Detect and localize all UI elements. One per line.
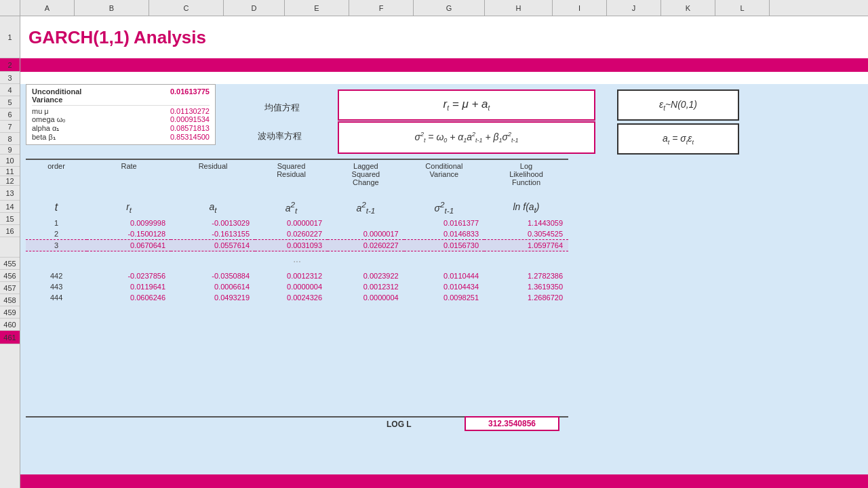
cell-res-2: -0.1613155 <box>171 228 255 240</box>
cell-order-3: 3 <box>26 240 87 251</box>
params-value-variance: 0.01613775 <box>170 87 210 104</box>
col-header-g: G <box>414 0 485 16</box>
data-table: order Rate Residual SquaredResidual Lagg… <box>26 161 568 303</box>
row-num-456: 456 <box>0 270 20 282</box>
cell-condvar-1: 0.0161377 <box>404 218 484 228</box>
col-header-f: F <box>349 0 414 16</box>
row-num-11: 11 <box>0 167 20 176</box>
cell-sqres-2: 0.0260227 <box>255 228 328 240</box>
row-num-2: 2 <box>0 58 20 72</box>
eps-formula: εt~N(0,1) <box>659 99 697 112</box>
cell-order-1: 1 <box>26 218 87 228</box>
formula-lnf: ln f(at) <box>484 197 568 218</box>
col-header-j: J <box>607 0 661 16</box>
cell-logll-444: 1.2686720 <box>484 292 568 303</box>
param-alpha: alpha α₁ 0.08571813 <box>32 124 210 133</box>
cell-condvar-443: 0.0104434 <box>404 281 484 292</box>
spacer-row3 <box>20 72 868 84</box>
table-row-2: 2 -0.1500128 -0.1613155 0.0260227 0.0000… <box>26 228 568 240</box>
eps-formula-box: εt~N(0,1) <box>617 89 739 121</box>
table-header-row1: order Rate Residual SquaredResidual Lagg… <box>26 161 568 188</box>
vol-formula: σ2t = ω0 + α1a2t-1 + β1σ2t-1 <box>414 131 518 144</box>
table-header-row2 <box>26 188 568 197</box>
row-num-455: 455 <box>0 258 20 270</box>
vol-eq-label: 波动率方程 <box>258 130 302 142</box>
row-num-15: 15 <box>0 213 20 225</box>
th-cond-var: ConditionalVariance <box>404 161 484 188</box>
row-num-14: 14 <box>0 201 20 213</box>
params-title: UnconditionalVariance <box>32 87 81 104</box>
row-numbers: 1 2 3 4 5 6 7 8 9 10 11 12 13 14 15 16 4… <box>0 16 20 488</box>
cell-logll-443: 1.3619350 <box>484 281 568 292</box>
params-box: UnconditionalVariance 0.01613775 mu μ 0.… <box>26 84 216 145</box>
cell-logll-1: 1.1443059 <box>484 218 568 228</box>
formula-at12: a2t-1 <box>328 197 404 218</box>
th-lagged-sq: LaggedSquaredChange <box>328 161 404 188</box>
param-alpha-value: 0.08571813 <box>170 124 210 133</box>
cell-sqres-442: 0.0012312 <box>255 270 328 281</box>
column-headers: A B C D E F G H I J K L <box>0 0 868 16</box>
cell-sqres-443: 0.0000004 <box>255 281 328 292</box>
cell-res-442: -0.0350884 <box>171 270 255 281</box>
at-formula: at = σtεt <box>663 133 694 146</box>
cell-logll-442: 1.2782386 <box>484 270 568 281</box>
cell-order-2: 2 <box>26 228 87 240</box>
col-header-e: E <box>285 0 349 16</box>
row-num-dots1 <box>0 237 20 258</box>
page-title: GARCH(1,1) Analysis <box>28 27 206 48</box>
th-order: order <box>26 161 87 188</box>
row-num-460: 460 <box>0 319 20 331</box>
formula-at: at <box>171 197 255 218</box>
cell-res-443: 0.0006614 <box>171 281 255 292</box>
row-num-6: 6 <box>0 108 20 121</box>
cell-order-444: 444 <box>26 292 87 303</box>
table-row-442: 442 -0.0237856 -0.0350884 0.0012312 0.00… <box>26 270 568 281</box>
table-row-3: 3 0.0670641 0.0557614 0.0031093 0.026022… <box>26 240 568 251</box>
cell-lagsq-442: 0.0023922 <box>328 270 404 281</box>
params-header: UnconditionalVariance 0.01613775 <box>32 87 210 104</box>
cell-rate-1: 0.0099998 <box>87 218 171 228</box>
cell-res-444: 0.0493219 <box>171 292 255 303</box>
param-omega: omega ω₀ 0.00091534 <box>32 115 210 124</box>
row-num-461: 461 <box>0 331 20 344</box>
param-mu: mu μ 0.01130272 <box>32 105 210 115</box>
row-num-457: 457 <box>0 282 20 294</box>
cell-res-3: 0.0557614 <box>171 240 255 251</box>
mean-formula: rt = μ + at <box>443 98 490 112</box>
row-num-458: 458 <box>0 294 20 306</box>
param-alpha-label: alpha α₁ <box>32 124 59 133</box>
col-header-k: K <box>661 0 715 16</box>
cell-res-1: -0.0013029 <box>171 218 255 228</box>
cell-order-442: 442 <box>26 270 87 281</box>
row-num-9: 9 <box>0 145 20 155</box>
table-header-formula-row: t rt at a2t a2t-1 σ2t-1 ln f(at) <box>26 197 568 218</box>
col-header-i: I <box>553 0 607 16</box>
cell-lagsq-3: 0.0260227 <box>328 240 404 251</box>
param-beta-value: 0.85314500 <box>170 133 210 142</box>
cell-sqres-3: 0.0031093 <box>255 240 328 251</box>
table-row-dots: ··· <box>26 251 568 270</box>
grid-content: GARCH(1,1) Analysis UnconditionalVarianc… <box>20 16 868 488</box>
row-num-3: 3 <box>0 72 20 84</box>
cell-condvar-444: 0.0098251 <box>404 292 484 303</box>
param-mu-label: mu μ <box>32 107 49 115</box>
col-header-l: L <box>715 0 770 16</box>
cell-lagsq-443: 0.0012312 <box>328 281 404 292</box>
formula-t: t <box>26 197 87 218</box>
cell-rate-443: 0.0119641 <box>87 281 171 292</box>
th-sq-residual: SquaredResidual <box>255 161 328 188</box>
banner-top <box>20 58 868 72</box>
dots-cell: ··· <box>26 251 568 270</box>
corner-cell <box>0 0 20 16</box>
log-l-box: 312.3540856 <box>465 416 559 431</box>
row-num-7: 7 <box>0 121 20 133</box>
row-num-459: 459 <box>0 306 20 319</box>
th-rate: Rate <box>87 161 171 188</box>
cell-condvar-2: 0.0146833 <box>404 228 484 240</box>
cell-rate-442: -0.0237856 <box>87 270 171 281</box>
cell-lagsq-2: 0.0000017 <box>328 228 404 240</box>
th-log-ll: LogLikelihoodFunction <box>484 161 568 188</box>
col-header-c: C <box>149 0 224 16</box>
banner-bottom <box>20 474 868 488</box>
row-num-12: 12 <box>0 176 20 186</box>
